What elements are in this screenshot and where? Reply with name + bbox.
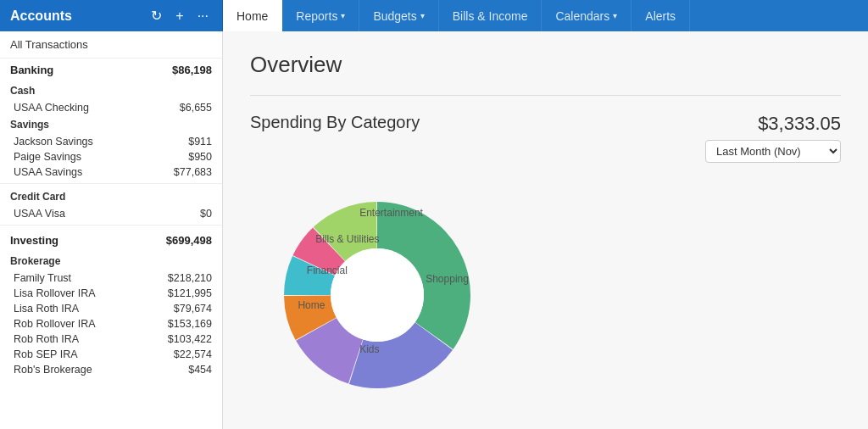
credit-label: Credit Card [0,187,222,206]
chart-area: ShoppingKidsHomeFinancialBills & Utiliti… [250,176,841,414]
savings-label: Savings [0,115,222,134]
investing-section-header[interactable]: Investing $699,498 [0,229,222,252]
cash-label: Cash [0,81,222,100]
nav-item-budgets[interactable]: Budgets▾ [359,0,438,31]
main-content: Overview Spending By Category $3,333.05 … [223,31,868,429]
account-name: Rob Rollover IRA [14,318,96,330]
add-icon[interactable]: + [172,7,186,25]
account-row[interactable]: Paige Savings$950 [0,149,222,164]
all-transactions-link[interactable]: All Transactions [0,31,222,58]
banking-section-header[interactable]: Banking $86,198 [0,58,222,81]
account-amount: $218,210 [168,272,212,284]
chevron-down-icon: ▾ [420,11,425,20]
account-row[interactable]: USAA Visa$0 [0,206,222,221]
page-title: Overview [250,52,841,78]
account-name: Jackson Savings [14,136,93,148]
account-amount: $79,674 [174,303,212,315]
banking-total: $86,198 [172,64,212,76]
account-amount: $911 [188,136,212,148]
account-amount: $6,655 [180,102,212,114]
account-name: USAA Checking [14,102,89,114]
account-name: Rob SEP IRA [14,348,78,360]
account-amount: $77,683 [174,166,212,178]
accounts-title: Accounts [10,8,141,24]
account-row[interactable]: USAA Savings$77,683 [0,164,222,180]
investing-label: Investing [10,234,58,247]
account-amount: $121,995 [168,287,212,299]
account-amount: $22,574 [174,348,212,360]
spending-title: Spending By Category [250,113,420,132]
nav-item-reports[interactable]: Reports▾ [282,0,359,31]
account-row[interactable]: USAA Checking$6,655 [0,100,222,115]
chevron-down-icon: ▾ [341,11,345,20]
account-name: Lisa Roth IRA [14,303,79,315]
account-name: USAA Savings [14,166,82,178]
refresh-icon[interactable]: ↻ [147,6,165,25]
account-amount: $103,422 [168,333,212,345]
more-icon[interactable]: ··· [194,7,212,25]
account-name: Rob Roth IRA [14,333,79,345]
spending-header-row: Spending By Category $3,333.05 This Mont… [250,113,841,163]
account-amount: $0 [200,208,212,220]
account-row[interactable]: Rob's Brokerage$454 [0,362,222,377]
brokerage-label: Brokerage [0,252,222,270]
investing-total: $699,498 [166,234,212,247]
nav-item-bills-and-income[interactable]: Bills & Income [439,0,542,31]
chevron-down-icon: ▾ [613,11,617,20]
account-amount: $950 [188,151,212,163]
accounts-header: Accounts ↻ + ··· [0,0,223,31]
account-amount: $153,169 [168,318,212,330]
nav-item-alerts[interactable]: Alerts [632,0,690,31]
account-row[interactable]: Rob Rollover IRA$153,169 [0,316,222,332]
account-name: USAA Visa [14,208,65,220]
account-row[interactable]: Jackson Savings$911 [0,134,222,149]
donut-center [331,248,424,342]
amount-period-container: $3,333.05 This MonthLast Month (Nov)Last… [705,113,841,163]
sidebar: All Transactions Banking $86,198 Cash US… [0,31,223,429]
account-amount: $454 [188,364,212,376]
account-row[interactable]: Rob SEP IRA$22,574 [0,347,222,362]
account-name: Rob's Brokerage [14,364,92,376]
main-nav: HomeReports▾Budgets▾Bills & IncomeCalend… [223,0,868,31]
nav-item-calendars[interactable]: Calendars▾ [542,0,632,31]
account-name: Paige Savings [14,151,81,163]
donut-chart: ShoppingKidsHomeFinancialBills & Utiliti… [267,185,487,405]
account-name: Family Trust [14,272,71,284]
period-select[interactable]: This MonthLast Month (Nov)Last 3 MonthsL… [705,140,841,163]
account-row[interactable]: Rob Roth IRA$103,422 [0,332,222,347]
nav-item-home[interactable]: Home [223,0,282,31]
account-row[interactable]: Lisa Roth IRA$79,674 [0,301,222,316]
total-amount: $3,333.05 [758,113,841,135]
account-name: Lisa Rollover IRA [14,287,96,299]
banking-label: Banking [10,64,53,76]
account-row[interactable]: Family Trust$218,210 [0,270,222,286]
account-row[interactable]: Lisa Rollover IRA$121,995 [0,286,222,301]
